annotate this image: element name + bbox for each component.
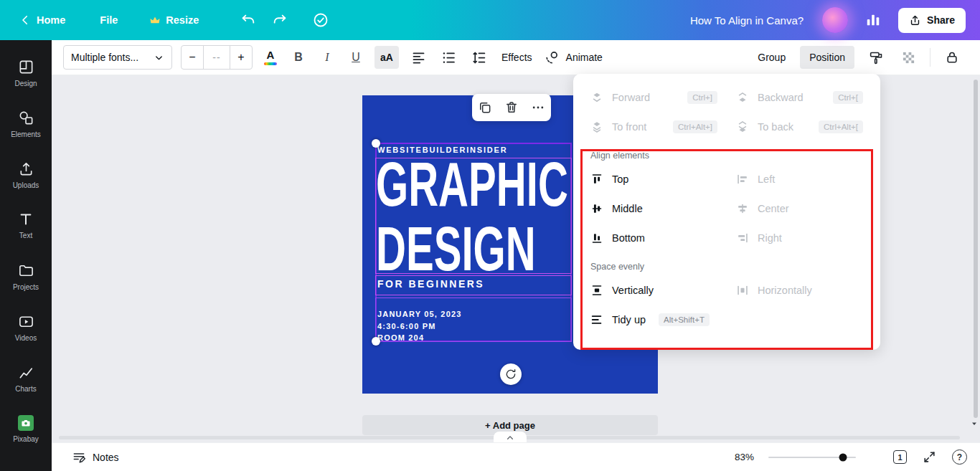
text-icon — [18, 211, 34, 227]
poster-meta-text[interactable]: JANUARY 05, 2023 4:30-6:00 PM ROOM 204 — [377, 308, 462, 344]
align-center-icon — [736, 202, 749, 215]
redo-button[interactable] — [272, 12, 288, 28]
italic-button[interactable]: I — [317, 46, 337, 69]
animate-label: Animate — [566, 52, 603, 63]
forward-option: Forward Ctrl+] — [585, 82, 723, 112]
saved-status-icon — [312, 11, 329, 29]
letter-case-button[interactable]: aA — [374, 46, 399, 69]
sidebar-label: Pixabay — [13, 435, 39, 443]
delete-button[interactable] — [501, 97, 522, 118]
play-icon — [18, 313, 34, 330]
align-left-option: Left — [730, 164, 869, 194]
collapse-bar-button[interactable] — [494, 432, 527, 442]
editing-toolbar: Multiple fonts... − -- + A B I U aA Effe… — [52, 40, 980, 75]
shortcut-chip: Ctrl+] — [687, 91, 717, 104]
transparency-button[interactable] — [897, 46, 919, 69]
status-bar: Notes 83% 1 ? — [52, 442, 980, 471]
insights-icon[interactable] — [865, 12, 881, 28]
option-label: Middle — [612, 203, 643, 214]
crown-icon — [149, 15, 161, 26]
text-color-button[interactable]: A — [261, 49, 280, 65]
list-button[interactable] — [438, 46, 459, 69]
selection-handle-top-left[interactable] — [372, 139, 380, 148]
upload-icon — [18, 161, 34, 177]
tidy-up-option[interactable]: Tidy up Alt+Shift+T — [585, 305, 723, 334]
animate-button[interactable]: Animate — [545, 49, 603, 65]
shapes-icon — [18, 110, 34, 126]
align-bottom-icon — [590, 232, 603, 244]
to-front-icon — [590, 120, 603, 133]
font-size-value: -- — [203, 46, 230, 69]
more-options-button[interactable] — [527, 97, 549, 118]
lock-button[interactable] — [941, 46, 963, 69]
sidebar-item-pixabay[interactable]: Pixabay — [1, 404, 50, 455]
option-label: Top — [612, 173, 628, 185]
duplicate-button[interactable] — [474, 97, 496, 118]
vertical-scrollbar[interactable] — [974, 80, 978, 418]
align-middle-option[interactable]: Middle — [585, 194, 723, 223]
sidebar-item-charts[interactable]: Charts — [1, 353, 50, 404]
home-button[interactable]: Home — [19, 14, 65, 27]
position-panel-grid: Forward Ctrl+] Backward Ctrl+[ To front … — [585, 82, 869, 334]
help-button[interactable]: ? — [952, 449, 967, 465]
scroll-down-icon[interactable] — [970, 418, 979, 431]
space-evenly-header: Space evenly — [590, 262, 869, 272]
space-vertically-option[interactable]: Vertically — [585, 275, 723, 305]
space-vertically-icon — [590, 284, 603, 297]
undo-button[interactable] — [240, 12, 256, 28]
toolbar-right-group: Group Position — [754, 46, 969, 69]
space-horizontally-option: Horizontally — [730, 275, 869, 305]
spacing-button[interactable] — [468, 46, 489, 69]
align-top-icon — [590, 173, 603, 186]
font-selector[interactable]: Multiple fonts... — [63, 45, 172, 70]
sidebar-item-uploads[interactable]: Uploads — [1, 149, 50, 200]
poster-subtitle[interactable]: FOR BEGINNERS — [377, 278, 484, 290]
design-icon — [18, 59, 34, 75]
text-align-button[interactable] — [407, 46, 429, 69]
resize-button[interactable]: Resize — [149, 14, 199, 26]
underline-button[interactable]: U — [346, 46, 366, 69]
sidebar-label: Design — [14, 80, 37, 87]
poster-room: ROOM 204 — [377, 332, 462, 344]
selection-handle-bottom-left[interactable] — [372, 337, 380, 346]
share-icon — [909, 14, 921, 27]
bold-button[interactable]: B — [288, 46, 308, 69]
sidebar-item-elements[interactable]: Elements — [1, 98, 50, 149]
align-middle-icon — [590, 202, 603, 215]
group-button[interactable]: Group — [754, 52, 789, 63]
page-indicator[interactable]: 1 — [893, 450, 907, 464]
align-bottom-option[interactable]: Bottom — [585, 223, 723, 252]
document-title[interactable]: How To Align in Canva? — [690, 14, 804, 27]
copy-style-button[interactable] — [865, 46, 887, 69]
align-top-option[interactable]: Top — [585, 164, 723, 194]
sidebar-item-design[interactable]: Design — [1, 47, 50, 98]
sidebar-label: Uploads — [13, 181, 39, 189]
sidebar-item-videos[interactable]: Videos — [1, 302, 50, 353]
poster-headline-1[interactable]: GRAPHIC — [376, 153, 568, 216]
sidebar-label: Projects — [13, 283, 39, 291]
zoom-slider-thumb[interactable] — [839, 453, 847, 461]
home-label: Home — [37, 14, 65, 26]
shortcut-chip: Ctrl+Alt+[ — [819, 120, 863, 133]
avatar[interactable] — [822, 7, 848, 33]
sidebar-label: Videos — [15, 334, 37, 342]
file-menu-button[interactable]: File — [100, 14, 118, 26]
option-label: Tidy up — [612, 314, 646, 325]
font-size-increase-button[interactable]: + — [230, 46, 252, 69]
object-panel-sidebar: Design Elements Uploads Text Projects Vi… — [0, 40, 52, 471]
sidebar-item-text[interactable]: Text — [1, 200, 50, 251]
sidebar-item-projects[interactable]: Projects — [1, 251, 50, 302]
rotate-handle[interactable] — [500, 363, 522, 385]
poster-headline-2[interactable]: DESIGN — [376, 217, 536, 280]
fullscreen-button[interactable] — [923, 450, 936, 464]
file-label: File — [100, 14, 118, 26]
notes-button[interactable]: Notes — [72, 450, 119, 465]
zoom-slider[interactable] — [768, 457, 856, 458]
position-panel: Forward Ctrl+] Backward Ctrl+[ To front … — [573, 74, 880, 350]
share-button[interactable]: Share — [898, 8, 966, 33]
option-label: Forward — [612, 92, 650, 103]
font-size-decrease-button[interactable]: − — [182, 46, 203, 69]
position-button[interactable]: Position — [800, 46, 854, 69]
empty-cell — [730, 305, 869, 334]
effects-button[interactable]: Effects — [498, 52, 536, 63]
